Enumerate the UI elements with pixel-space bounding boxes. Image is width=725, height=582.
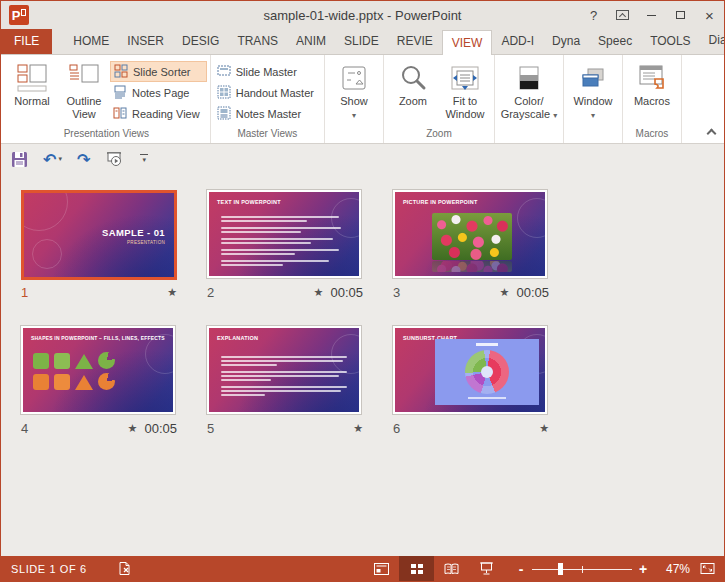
title-bar: P sample-01-wide.pptx - PowerPoint ? × [1,1,724,29]
save-button[interactable] [11,151,28,168]
normal-view-icon [374,563,389,575]
show-button[interactable]: Show ▾ [328,58,380,127]
help-icon: ? [590,8,597,23]
tab-insert[interactable]: INSER [118,29,173,54]
zoom-in-button[interactable]: + [636,561,650,577]
slide-sorter-button[interactable]: Slide Sorter [110,61,207,82]
chevron-down-icon: ▾ [352,109,356,122]
slide-indicator[interactable]: SLIDE 1 OF 6 [11,563,87,575]
tab-animations[interactable]: ANIM [287,29,335,54]
slide-thumbnail-3[interactable]: PICTURE IN POWERPOINT [393,190,549,280]
close-button[interactable]: × [695,1,724,29]
shapes-graphic [33,352,115,394]
notes-master-icon [217,106,231,122]
spell-check-icon [117,561,132,576]
tab-tools[interactable]: TOOLS [641,29,699,54]
slide-master-button[interactable]: Slide Master [214,61,321,82]
start-from-beginning-button[interactable] [105,151,123,167]
chevron-down-icon: ▾ [553,111,557,120]
zoom-slider[interactable] [532,563,632,575]
tab-file[interactable]: FILE [1,29,52,54]
tab-view[interactable]: VIEW [442,30,493,55]
reading-view-button[interactable]: Reading View [110,103,207,124]
undo-icon: ↶ [43,150,56,169]
bullet-text-placeholder [221,354,345,396]
tab-addins[interactable]: ADD-I [492,29,543,54]
collapse-ribbon-icon[interactable] [707,129,717,139]
animation-star-icon: ★ [539,422,549,435]
slide-sorter-icon [114,64,128,80]
handout-master-button[interactable]: Handout Master [214,82,321,103]
tab-speec[interactable]: Speec [589,29,641,54]
reading-view-status-button[interactable] [434,556,469,581]
window-button[interactable]: Window ▾ [567,58,619,127]
help-button[interactable]: ? [579,1,608,29]
spell-check-button[interactable] [117,561,132,576]
slide-master-icon [217,64,231,80]
slide-thumbnail-5[interactable]: EXPLANATION [207,326,363,416]
normal-view-status-button[interactable] [364,556,399,581]
sunburst-chart [435,339,539,405]
animation-star-icon: ★ [128,422,138,435]
group-zoom: Zoom Fit to Window Zoom [384,55,495,143]
notes-master-button[interactable]: Notes Master [214,103,321,124]
slide-title: TEXT IN POWERPOINT [217,199,281,205]
close-icon: × [705,8,714,23]
maximize-button[interactable] [666,1,695,29]
ribbon: Normal Outline View Slide Sorter Not [1,55,724,144]
slide-sorter-icon [410,563,424,575]
slide-thumbnail-2[interactable]: TEXT IN POWERPOINT [207,190,363,280]
undo-button[interactable]: ↶▾ [43,150,62,169]
minimize-button[interactable] [637,1,666,29]
fit-to-window-icon [450,61,480,95]
customize-qat-button[interactable]: ▾ [138,154,150,164]
tab-review[interactable]: REVIE [388,29,442,54]
slideshow-status-button[interactable] [469,556,504,581]
slide-thumbnail-4[interactable]: SHAPES IN POWERPOINT – FILLS, LINES, EFF… [21,326,177,416]
slide-cell-5: EXPLANATION 5 ★ [207,326,367,436]
minimize-icon [647,15,656,16]
chevron-down-icon: ▾ [591,109,595,122]
outline-view-button[interactable]: Outline View [58,58,110,127]
normal-view-button[interactable]: Normal [6,58,58,127]
ribbon-display-options-icon [616,10,629,20]
ribbon-display-options-button[interactable] [608,1,637,29]
slideshow-icon [105,151,123,167]
tab-dyna[interactable]: Dyna [543,29,589,54]
tab-diamond[interactable]: Diamond...▾ [700,28,725,54]
slide-sorter-status-button[interactable] [399,556,434,581]
tab-transitions[interactable]: TRANS [228,29,287,54]
tab-slideshow[interactable]: SLIDE [335,29,388,54]
zoom-slider-handle[interactable] [558,563,563,575]
transition-time: 00:05 [330,285,363,300]
zoom-control: - + [514,561,650,577]
slide-title: EXPLANATION [217,335,258,341]
zoom-out-button[interactable]: - [514,561,528,577]
tab-home[interactable]: HOME [64,29,118,54]
zoom-button[interactable]: Zoom [387,58,439,127]
slide-title: PICTURE IN POWERPOINT [403,199,477,205]
slide-thumbnail-6[interactable]: SUNBURST CHART [393,326,549,416]
fit-to-window-button[interactable]: Fit to Window [439,58,491,127]
notes-page-icon [113,85,127,101]
animation-star-icon: ★ [314,286,324,299]
chevron-down-icon: ▾ [58,155,62,163]
outline-view-icon [68,61,100,95]
redo-button[interactable]: ↷ [77,150,90,169]
slide-cell-4: SHAPES IN POWERPOINT – FILLS, LINES, EFF… [21,326,181,436]
slide-title: SHAPES IN POWERPOINT – FILLS, LINES, EFF… [31,335,165,341]
slide-cell-1: SAMPLE - 01 PRESENTATION 1 ★ [21,190,181,300]
slide-number: 3 [393,285,400,300]
zoom-level[interactable]: 47% [654,562,690,576]
notes-page-button[interactable]: Notes Page [110,82,207,103]
fit-slide-to-window-button[interactable] [690,562,724,575]
slide-thumbnail-1[interactable]: SAMPLE - 01 PRESENTATION [21,190,177,280]
slide-title: SAMPLE - 01 [102,227,165,238]
macros-button[interactable]: Macros [626,58,678,127]
zoom-magnifier-icon [398,61,428,95]
tab-design[interactable]: DESIG [173,29,228,54]
color-grayscale-button[interactable]: Color/ Grayscale ▾ [498,58,560,127]
slide-cell-2: TEXT IN POWERPOINT 2 ★ 00:05 [207,190,367,300]
group-presentation-views: Normal Outline View Slide Sorter Not [3,55,211,143]
slide-cell-3: PICTURE IN POWERPOINT 3 ★ 00:05 [393,190,553,300]
